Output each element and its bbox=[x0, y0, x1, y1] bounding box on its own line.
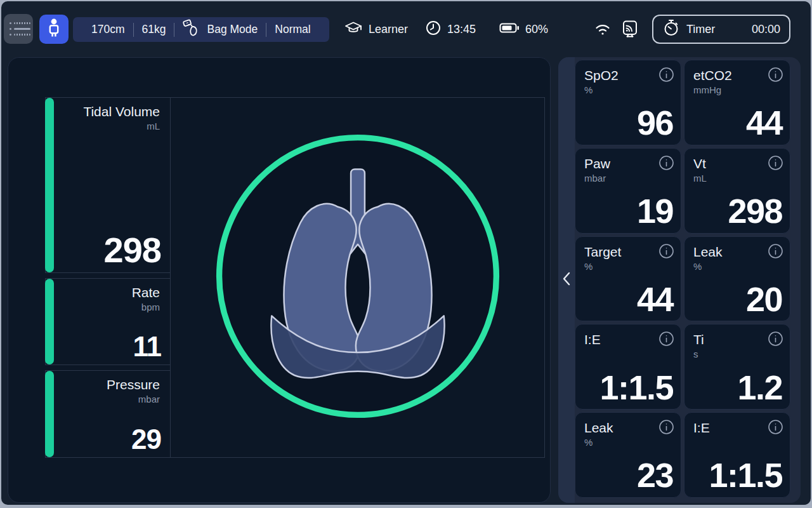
battery-status: 60% bbox=[499, 1, 548, 57]
metric-value: 11 bbox=[133, 331, 161, 362]
info-icon[interactable] bbox=[658, 331, 674, 349]
left-metric-cell: Tidal Volume mL 298 bbox=[45, 97, 171, 273]
patient-monitor-panel: Tidal Volume mL 298 Rate bpm 11 Pressure… bbox=[8, 57, 551, 503]
divider bbox=[266, 23, 266, 37]
vital-tile: Target % 44 bbox=[575, 236, 681, 322]
app-screen: 170cm 61kg Bag Mode Normal bbox=[1, 1, 811, 505]
info-icon[interactable] bbox=[658, 243, 674, 262]
vital-unit: mmHg bbox=[693, 84, 781, 95]
vital-unit: % bbox=[693, 261, 781, 272]
metric-unit: bpm bbox=[141, 302, 160, 312]
activity-bar bbox=[45, 279, 54, 365]
vital-tile: Paw mbar 19 bbox=[575, 148, 681, 234]
vital-tile: I:E 1:1.5 bbox=[575, 324, 681, 410]
wifi-icon bbox=[593, 1, 612, 57]
stopwatch-icon bbox=[662, 18, 680, 41]
metric-label: Tidal Volume bbox=[83, 104, 160, 119]
metric-unit: mbar bbox=[138, 394, 160, 404]
metric-value: 298 bbox=[104, 231, 161, 270]
info-icon[interactable] bbox=[768, 419, 783, 438]
info-icon[interactable] bbox=[768, 155, 783, 173]
menu-button[interactable] bbox=[4, 14, 33, 44]
vital-value: 298 bbox=[728, 193, 782, 229]
vital-tile: I:E 1:1.5 bbox=[684, 412, 790, 498]
vital-value: 44 bbox=[746, 105, 782, 141]
info-icon[interactable] bbox=[658, 155, 674, 173]
patient-settings-pill[interactable]: 170cm 61kg Bag Mode Normal bbox=[73, 17, 329, 42]
info-icon[interactable] bbox=[768, 67, 783, 85]
battery-value: 60% bbox=[525, 23, 548, 36]
vital-unit: s bbox=[693, 349, 781, 359]
timer-label: Timer bbox=[686, 23, 715, 36]
timer-value: 00:00 bbox=[752, 23, 780, 36]
vital-value: 23 bbox=[637, 457, 673, 493]
screen-share-icon bbox=[620, 1, 639, 57]
patient-weight: 61kg bbox=[134, 23, 174, 36]
graduation-cap-icon bbox=[344, 19, 363, 40]
vital-unit bbox=[693, 437, 781, 448]
vital-tile: Leak % 20 bbox=[684, 236, 790, 322]
metric-unit: mL bbox=[147, 121, 160, 131]
vitals-panel: SpO2 % 96 etCO2 mmHg 44 Paw mbar bbox=[558, 57, 801, 503]
left-metric-cell: Pressure mbar 29 bbox=[45, 370, 171, 458]
top-bar: 170cm 61kg Bag Mode Normal bbox=[1, 1, 811, 57]
vital-tile: Vt mL 298 bbox=[684, 148, 790, 234]
ventilation-mode: Bag Mode bbox=[174, 18, 266, 41]
lungs-visualization bbox=[170, 97, 545, 458]
vital-tile: Leak % 23 bbox=[575, 412, 681, 498]
vital-unit: mbar bbox=[584, 173, 672, 184]
timer-button[interactable]: Timer 00:00 bbox=[652, 15, 790, 44]
divider bbox=[174, 23, 174, 37]
vital-value: 1:1.5 bbox=[709, 457, 782, 493]
vital-value: 20 bbox=[746, 281, 782, 318]
learner-toggle[interactable]: Learner bbox=[344, 1, 408, 57]
left-metrics-column: Tidal Volume mL 298 Rate bpm 11 Pressure… bbox=[45, 97, 171, 458]
activity-bar bbox=[45, 371, 54, 457]
info-icon[interactable] bbox=[768, 243, 783, 262]
vital-tile: SpO2 % 96 bbox=[575, 60, 681, 145]
vital-value: 1:1.5 bbox=[599, 370, 673, 406]
vital-tile: Ti s 1.2 bbox=[684, 324, 790, 410]
vital-unit: % bbox=[584, 84, 672, 95]
vital-value: 44 bbox=[637, 281, 673, 318]
vital-unit: % bbox=[584, 261, 672, 272]
vital-value: 96 bbox=[637, 105, 673, 141]
left-metric-cell: Rate bpm 11 bbox=[45, 278, 171, 366]
mode-value: Normal bbox=[266, 23, 318, 36]
metric-label: Pressure bbox=[107, 377, 160, 392]
mode-label: Bag Mode bbox=[207, 23, 258, 36]
divider bbox=[133, 23, 134, 37]
vital-unit: mL bbox=[693, 173, 781, 184]
activity-bar bbox=[45, 98, 54, 272]
chevron-left-icon bbox=[562, 271, 571, 289]
metric-value: 29 bbox=[131, 424, 161, 455]
clock-status: 13:45 bbox=[425, 1, 476, 57]
vital-unit: % bbox=[584, 437, 672, 448]
lungs-icon bbox=[209, 128, 506, 427]
info-icon[interactable] bbox=[658, 419, 674, 438]
vital-value: 19 bbox=[637, 193, 673, 229]
bag-mode-icon bbox=[183, 18, 202, 41]
time-value: 13:45 bbox=[447, 23, 476, 36]
person-icon bbox=[46, 18, 62, 40]
patient-height: 170cm bbox=[83, 23, 133, 36]
vital-tile: etCO2 mmHg 44 bbox=[684, 60, 790, 145]
panel-collapse-handle[interactable] bbox=[558, 57, 575, 503]
vital-value: 1.2 bbox=[737, 370, 782, 406]
metric-label: Rate bbox=[132, 285, 160, 300]
learner-label: Learner bbox=[369, 23, 408, 36]
info-icon[interactable] bbox=[658, 67, 674, 85]
battery-icon bbox=[499, 22, 520, 37]
clock-icon bbox=[425, 20, 442, 39]
patient-button[interactable] bbox=[39, 15, 69, 44]
vital-unit bbox=[584, 349, 672, 359]
ventilation-metrics-container: Tidal Volume mL 298 Rate bpm 11 Pressure… bbox=[45, 97, 545, 458]
info-icon[interactable] bbox=[768, 331, 783, 349]
